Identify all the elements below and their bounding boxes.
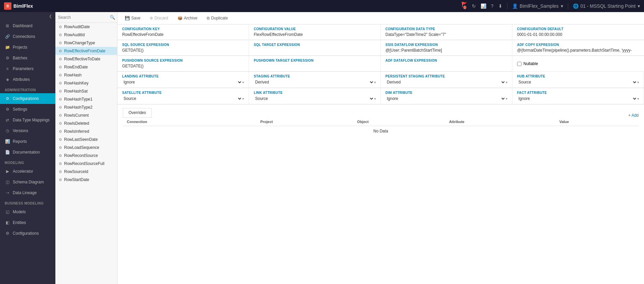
sidebar-item-attributes[interactable]: ◈ Attributes — [0, 74, 55, 85]
list-item[interactable]: ⚙RowSourceId — [55, 168, 117, 176]
col-connection: Connection — [123, 118, 256, 126]
link-attr-select[interactable]: Ignore Derived Source Hash — [254, 96, 374, 101]
discard-button[interactable]: ⊗ Discard — [148, 15, 170, 21]
link-attr-label: LINK ATTRIBUTE — [254, 91, 376, 95]
sql-source-cell: SQL SOURCE EXPRESSION — [117, 40, 249, 56]
ssis-dataflow-input[interactable] — [386, 48, 507, 53]
satellite-attr-select[interactable]: Ignore Derived Source Hash — [122, 96, 242, 101]
sidebar-item-configurations-bm[interactable]: ⚙ Configurations — [0, 228, 55, 239]
list-item[interactable]: ⚙RowRecordSourceFull — [55, 160, 117, 168]
sidebar-item-projects[interactable]: 📁 Projects — [0, 42, 55, 53]
list-item[interactable]: ⚙RowEndDate — [55, 63, 117, 71]
sidebar-collapse-btn[interactable]: ❮ — [0, 12, 55, 20]
sidebar-item-configurations[interactable]: ⚙ Configurations — [0, 93, 55, 104]
hub-attr-select[interactable]: Ignore Derived Source Hash — [517, 79, 637, 85]
refresh-icon[interactable]: ↻ — [472, 3, 476, 9]
main-layout: ❮ ⊞ Dashboard 🔗 Connections 📁 Projects ⚙… — [0, 12, 644, 284]
list-item[interactable]: ⚙RowChangeType — [55, 39, 117, 47]
sidebar-item-reports[interactable]: 📊 Reports — [0, 136, 55, 147]
list-item[interactable]: ⚙RowLastSeenDate — [55, 135, 117, 144]
sidebar-item-dashboard[interactable]: ⊞ Dashboard — [0, 20, 55, 31]
list-item[interactable]: ⚙RowStartDate — [55, 176, 117, 184]
archive-icon: 📦 — [178, 16, 183, 20]
list-item[interactable]: ⚙RowHashSat — [55, 87, 117, 95]
adf-dataflow-input[interactable] — [386, 64, 507, 68]
nullable-checkbox[interactable] — [517, 62, 522, 66]
environment-menu[interactable]: 🌐 01 - MSSQL Starting Point ▾ — [573, 3, 640, 9]
config-key-label: CONFIGURATION KEY — [122, 27, 244, 31]
overrides-tabs: Overrides — [123, 108, 152, 118]
sidebar-item-data-lineage[interactable]: ⇢ Data Lineage — [0, 187, 55, 198]
config-data-type-input[interactable] — [386, 32, 507, 37]
sidebar-item-batches[interactable]: ⚙ Batches — [0, 53, 55, 63]
pushdown-source-cell: PUSHDOWN SOURCE EXPRESSION — [117, 56, 249, 71]
save-button[interactable]: 💾 Save — [123, 15, 142, 21]
dim-dropdown-arrow: ▾ — [506, 97, 507, 101]
list-item[interactable]: ⚙RowIsInferred — [55, 127, 117, 135]
item-icon: ⚙ — [59, 162, 62, 166]
list-item[interactable]: ⚙RowIsCurrent — [55, 111, 117, 119]
adf-copy-cell: ADF COPY EXPRESSION — [512, 40, 644, 56]
list-item[interactable]: ⚙RowHashType1 — [55, 95, 117, 103]
list-item-label: RowEndDate — [64, 65, 88, 69]
list-item-active[interactable]: ⚙RowEffectiveFromDate — [55, 47, 117, 55]
ssis-dataflow-cell: SSIS DATAFLOW EXPRESSION — [381, 40, 512, 56]
config-default-input[interactable] — [517, 32, 639, 37]
sidebar-item-label: Data Lineage — [13, 190, 37, 195]
flag-icon[interactable]: 🚩1 — [461, 2, 467, 10]
pushdown-source-input[interactable] — [122, 64, 244, 68]
list-item[interactable]: ⚙RowHashType2 — [55, 103, 117, 111]
overrides-tab[interactable]: Overrides — [123, 108, 152, 117]
sidebar-item-parameters[interactable]: ≡ Parameters — [0, 63, 55, 74]
adf-copy-input[interactable] — [517, 48, 639, 53]
list-item-label: RowAuditDate — [64, 24, 90, 29]
fact-attr-select[interactable]: Ignore Derived Source Hash — [517, 96, 637, 101]
configurations-icon: ⚙ — [5, 96, 10, 101]
list-item[interactable]: ⚙RowHash — [55, 71, 117, 79]
item-icon: ⚙ — [59, 89, 62, 94]
list-item-label: RowRecordSourceFull — [64, 161, 104, 166]
sidebar-item-label: Dashboard — [13, 23, 33, 28]
sidebar-item-connections[interactable]: 🔗 Connections — [0, 31, 55, 42]
configurations-list: ⚙RowAuditDate ⚙RowAuditId ⚙RowChangeType… — [55, 23, 117, 284]
list-item[interactable]: ⚙RowAuditDate — [55, 23, 117, 31]
list-item[interactable]: ⚙RowIsDeleted — [55, 119, 117, 127]
sidebar-item-schema-diagram[interactable]: ◫ Schema Diagram — [0, 177, 55, 187]
download-icon[interactable]: ⬇ — [498, 3, 502, 9]
link-dropdown-arrow: ▾ — [374, 97, 376, 101]
persistent-staging-select[interactable]: Ignore Derived Source Hash — [386, 79, 506, 85]
config-value-input[interactable] — [254, 32, 376, 37]
list-item[interactable]: ⚙RowEffectiveToDate — [55, 55, 117, 63]
list-item[interactable]: ⚙RowAuditId — [55, 31, 117, 39]
sidebar-item-documentation[interactable]: 📄 Documentation — [0, 147, 55, 158]
sidebar-item-label: Configurations — [13, 231, 39, 236]
sidebar-item-accelerator[interactable]: ▶ Accelerator — [0, 166, 55, 177]
sidebar-item-entities[interactable]: ◧ Entities — [0, 217, 55, 228]
list-item[interactable]: ⚙RowLoadSequence — [55, 144, 117, 152]
sql-target-input[interactable] — [254, 48, 376, 53]
help-icon[interactable]: ? — [491, 3, 494, 9]
add-override-button[interactable]: + Add — [628, 113, 639, 118]
landing-attr-select[interactable]: Ignore Derived Source Hash — [122, 79, 242, 85]
search-input[interactable] — [58, 15, 108, 20]
archive-button[interactable]: 📦 Archive — [176, 15, 199, 21]
landing-dropdown-arrow: ▾ — [242, 80, 244, 84]
user-name: BimlFlex_Samples — [520, 3, 559, 9]
sidebar-item-versions[interactable]: ◷ Versions — [0, 125, 55, 136]
duplicate-button[interactable]: ⧉ Duplicate — [205, 15, 230, 21]
item-icon: ⚙ — [59, 41, 62, 45]
staging-attr-select[interactable]: Ignore Derived Source Hash — [254, 79, 374, 85]
item-icon: ⚙ — [59, 154, 62, 158]
sidebar-item-data-type-mappings[interactable]: ⇄ Data Type Mappings — [0, 115, 55, 125]
list-item[interactable]: ⚙RowRecordSource — [55, 152, 117, 160]
user-menu[interactable]: 👤 BimlFlex_Samples ▾ — [512, 3, 563, 9]
sidebar-item-models[interactable]: ◱ Models — [0, 207, 55, 217]
chart-icon[interactable]: 📊 — [481, 3, 486, 9]
config-key-input[interactable] — [122, 32, 244, 37]
sidebar-item-settings[interactable]: ⚙ Settings — [0, 104, 55, 115]
pushdown-target-input[interactable] — [254, 64, 376, 68]
sql-source-input[interactable] — [122, 48, 244, 53]
dim-attr-select[interactable]: Ignore Derived Source Hash — [386, 96, 506, 101]
list-item[interactable]: ⚙RowHashKey — [55, 79, 117, 87]
search-icon[interactable]: 🔍 — [110, 15, 115, 20]
